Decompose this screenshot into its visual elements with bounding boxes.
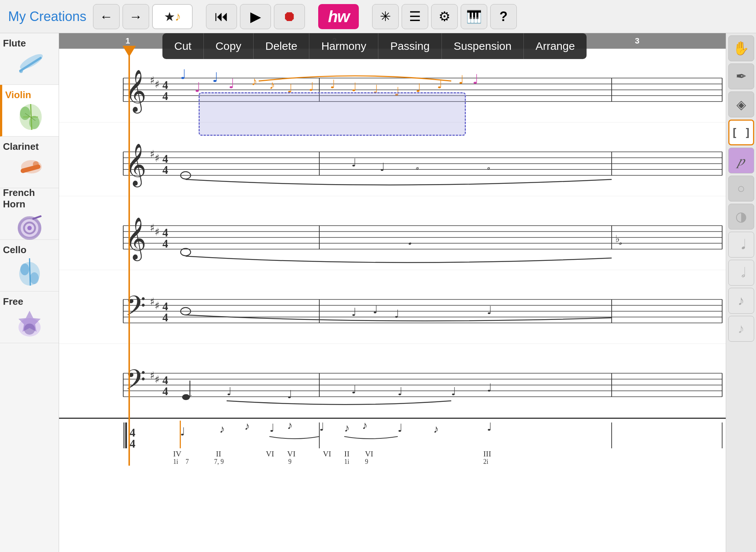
dynamic-tool-button[interactable]: 𝑝 — [728, 148, 754, 173]
svg-text:♯: ♯ — [150, 296, 155, 307]
svg-text:♯: ♯ — [150, 75, 155, 86]
svg-text:♩: ♩ — [472, 72, 479, 87]
half-note-tool-button[interactable]: 𝅗𝅥 — [728, 260, 754, 286]
sidebar-item-french-horn[interactable]: French Horn — [0, 188, 59, 240]
staff-clarinet-svg: 𝄞 ♯ ♯ 4 4 𝅗. ♭ 𝅗 — [59, 196, 726, 270]
arrange-menu-item[interactable]: Arrange — [524, 33, 587, 59]
sidebar-item-free[interactable]: Free — [0, 291, 59, 343]
svg-text:♪: ♪ — [433, 423, 439, 435]
staff-cello: 𝄢 ♯ ♯ 4 4 . ♩ ♩ ♩ ♩ ♩ ♩ — [59, 344, 726, 418]
svg-point-87 — [181, 248, 190, 256]
bracket-tool-button[interactable]: [ ] — [728, 120, 754, 145]
flute-label: Flute — [3, 38, 26, 49]
svg-text:♩: ♩ — [287, 389, 292, 400]
svg-text:.: . — [190, 390, 192, 397]
svg-point-15 — [27, 226, 32, 230]
filled-note-tool-button[interactable]: 𝅘𝅥 — [728, 232, 754, 258]
suspension-menu-item[interactable]: Suspension — [442, 33, 524, 59]
hand-tool-button[interactable]: ✋ — [728, 35, 754, 61]
svg-text:♩: ♩ — [180, 67, 186, 82]
hand-icon: ✋ — [733, 41, 749, 56]
svg-text:♩: ♩ — [309, 80, 314, 94]
half-circle-tool-button[interactable]: ◑ — [728, 204, 754, 230]
harmony-menu-item[interactable]: Harmony — [309, 33, 378, 59]
svg-text:1i: 1i — [344, 458, 350, 465]
circle-tool-button[interactable]: ○ — [728, 176, 754, 201]
svg-text:𝅗.: 𝅗. — [408, 235, 412, 247]
redo-button[interactable]: → — [123, 4, 149, 29]
svg-text:9: 9 — [365, 458, 368, 465]
right-tool-panel: ✋ ✒ ◈ [ ] 𝑝 ○ ◑ 𝅘𝅥 𝅗𝅥 ♪ ♪ — [726, 33, 756, 552]
svg-text:♩: ♩ — [451, 386, 456, 397]
play-icon: ▶ — [250, 8, 261, 25]
playback-cursor — [128, 49, 130, 466]
svg-text:♩: ♩ — [351, 157, 357, 169]
sidebar-item-cello[interactable]: Cello — [0, 240, 59, 291]
svg-text:♩: ♩ — [351, 306, 357, 318]
eighth-note-tool-button[interactable]: ♪ — [728, 288, 754, 314]
cut-menu-item[interactable]: Cut — [162, 33, 204, 59]
svg-text:4: 4 — [162, 90, 168, 103]
staff-cello-svg: 𝄢 ♯ ♯ 4 4 . ♩ ♩ ♩ ♩ ♩ ♩ — [59, 344, 726, 417]
list-button[interactable]: ☰ — [402, 4, 428, 29]
staff-french-horn-svg: 𝄢 ♯ ♯ 4 4 ♩ ♩ ♩ ♩ — [59, 270, 726, 344]
delete-menu-item[interactable]: Delete — [254, 33, 310, 59]
svg-point-23 — [24, 324, 35, 335]
instrument-sidebar: Flute Violin — [0, 33, 59, 552]
selection-box — [199, 92, 466, 136]
record-icon: ⏺ — [282, 8, 296, 24]
gear-icon: ⚙ — [439, 9, 450, 24]
hw-logo: hw — [328, 7, 349, 26]
pen-tool-button[interactable]: ✒ — [728, 63, 754, 89]
rewind-button[interactable]: ⏮ — [206, 4, 237, 29]
asterisk-button[interactable]: ✳ — [372, 4, 399, 29]
svg-point-11 — [33, 161, 39, 167]
french-horn-label: French Horn — [3, 187, 56, 210]
undo-button[interactable]: ← — [93, 4, 120, 29]
svg-text:7, 9: 7, 9 — [214, 458, 224, 465]
svg-text:♩: ♩ — [380, 161, 385, 173]
eighth-note2-tool-button[interactable]: ♪ — [728, 316, 754, 342]
svg-text:VI: VI — [365, 449, 373, 458]
violin-image — [14, 102, 47, 132]
svg-text:♩: ♩ — [394, 308, 399, 320]
svg-text:♪: ♪ — [252, 75, 257, 88]
staff-clarinet: 𝄞 ♯ ♯ 4 4 𝅗. ♭ 𝅗 — [59, 196, 726, 270]
svg-text:♯: ♯ — [155, 227, 159, 238]
svg-text:♯: ♯ — [155, 374, 159, 385]
pen-icon: ✒ — [736, 69, 747, 84]
cursor-top-arrow — [123, 46, 136, 57]
svg-point-2 — [19, 69, 23, 73]
sidebar-item-violin[interactable]: Violin — [0, 85, 59, 137]
svg-text:III: III — [483, 449, 491, 458]
piano-button[interactable]: 🎹 — [461, 4, 487, 29]
svg-text:IV: IV — [173, 449, 182, 458]
circle-icon: ○ — [737, 181, 745, 196]
help-button[interactable]: ? — [490, 4, 517, 29]
context-menu: Cut Copy Delete Harmony Passing Suspensi… — [162, 33, 587, 59]
record-button[interactable]: ⏺ — [274, 4, 305, 29]
svg-text:♩: ♩ — [180, 426, 185, 438]
sidebar-item-clarinet[interactable]: Clarinet — [0, 137, 59, 188]
svg-text:4: 4 — [162, 311, 168, 324]
sidebar-item-flute[interactable]: Flute — [0, 33, 59, 85]
score-content: 𝄞 ♯ ♯ 4 4 ♩ ♩ ♩ ♩ ♪ ♪ ♩ ♩ — [59, 49, 726, 466]
svg-text:♪: ♪ — [220, 423, 225, 435]
gear-button[interactable]: ⚙ — [431, 4, 458, 29]
hw-button[interactable]: hw — [318, 4, 359, 29]
my-creations-button[interactable]: My Creations — [4, 9, 90, 24]
copy-menu-item[interactable]: Copy — [204, 33, 254, 59]
toolbar: My Creations ← → ★ ♪ ⏮ ▶ ⏺ hw ✳ ☰ ⚙ 🎹 ? — [0, 0, 756, 33]
star-music-button[interactable]: ★ ♪ — [152, 4, 193, 29]
svg-text:♯: ♯ — [150, 222, 155, 233]
svg-text:♩: ♩ — [458, 73, 464, 86]
svg-text:♪: ♪ — [362, 420, 367, 432]
play-button[interactable]: ▶ — [240, 4, 271, 29]
ruler-mark-3: 3 — [635, 36, 639, 46]
passing-menu-item[interactable]: Passing — [378, 33, 442, 59]
svg-text:♪: ♪ — [287, 420, 292, 432]
svg-line-16 — [33, 216, 41, 219]
clarinet-image — [13, 154, 46, 183]
svg-text:♯: ♯ — [155, 153, 159, 164]
eraser-tool-button[interactable]: ◈ — [728, 92, 754, 117]
